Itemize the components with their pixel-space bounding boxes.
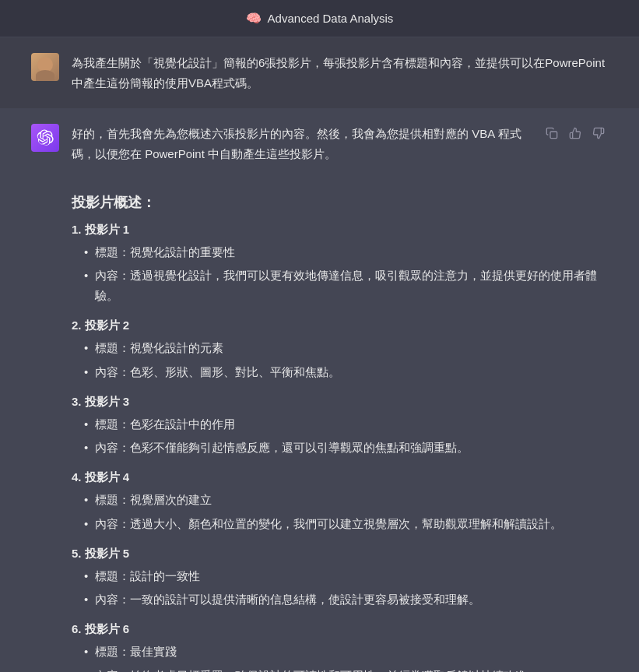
slide-item: 4. 投影片 4標題：視覺層次的建立內容：透過大小、顏色和位置的變化，我們可以建…	[72, 470, 608, 534]
slide-item: 6. 投影片 6標題：最佳實踐內容：始終考慮目標受眾，確保設計的可讀性和可用性，…	[72, 622, 608, 672]
ai-actions	[542, 125, 608, 141]
slide-content-bullet: 內容：透過大小、顏色和位置的變化，我們可以建立視覺層次，幫助觀眾理解和解讀設計。	[84, 514, 608, 534]
slide-title-bullet: 標題：視覺層次的建立	[84, 490, 608, 510]
slide-item: 2. 投影片 2標題：視覺化設計的元素內容：色彩、形狀、圖形、對比、平衡和焦點。	[72, 318, 608, 382]
ai-message: 好的，首先我會先為您概述六張投影片的內容。然後，我會為您提供相對應的 VBA 程…	[0, 108, 639, 672]
slide-list: 1. 投影片 1標題：視覺化設計的重要性內容：透過視覺化設計，我們可以更有效地傳…	[72, 223, 608, 673]
ai-content: 好的，首先我會先為您概述六張投影片的內容。然後，我會為您提供相對應的 VBA 程…	[72, 124, 608, 672]
openai-icon	[37, 129, 54, 146]
user-message: 為我產生關於「視覺化設計」簡報的6張投影片，每張投影片含有標題和內容，並提供可以…	[0, 37, 639, 108]
slide-item: 3. 投影片 3標題：色彩在設計中的作用內容：色彩不僅能夠引起情感反應，還可以引…	[72, 395, 608, 459]
slide-content-bullet: 內容：色彩不僅能夠引起情感反應，還可以引導觀眾的焦點和強調重點。	[84, 438, 608, 458]
copy-button[interactable]	[542, 125, 561, 141]
thumbs-up-button[interactable]	[566, 125, 585, 141]
slide-number: 5. 投影片 5	[72, 547, 608, 561]
slide-title-bullet: 標題：視覺化設計的元素	[84, 338, 608, 358]
slide-bullets: 標題：視覺化設計的重要性內容：透過視覺化設計，我們可以更有效地傳達信息，吸引觀眾…	[72, 242, 608, 307]
slide-content-bullet: 內容：一致的設計可以提供清晰的信息結構，使設計更容易被接受和理解。	[84, 589, 608, 610]
slide-title-bullet: 標題：設計的一致性	[84, 566, 608, 586]
ai-avatar	[31, 124, 59, 152]
ai-intro-text: 好的，首先我會先為您概述六張投影片的內容。然後，我會為您提供相對應的 VBA 程…	[72, 124, 542, 165]
overview-title: 投影片概述：	[72, 193, 608, 212]
header-title: Advanced Data Analysis	[268, 12, 394, 25]
slide-bullets: 標題：視覺層次的建立內容：透過大小、顏色和位置的變化，我們可以建立視覺層次，幫助…	[72, 490, 608, 534]
slide-number: 6. 投影片 6	[72, 622, 608, 637]
slide-bullets: 標題：設計的一致性內容：一致的設計可以提供清晰的信息結構，使設計更容易被接受和理…	[72, 566, 608, 610]
slide-title-bullet: 標題：色彩在設計中的作用	[84, 414, 608, 435]
slide-bullets: 標題：最佳實踐內容：始終考慮目標受眾，確保設計的可讀性和可用性，並經常獲取反饋以…	[72, 642, 608, 672]
messages-container: 為我產生關於「視覺化設計」簡報的6張投影片，每張投影片含有標題和內容，並提供可以…	[0, 37, 639, 672]
slide-bullets: 標題：視覺化設計的元素內容：色彩、形狀、圖形、對比、平衡和焦點。	[72, 338, 608, 382]
header: 🧠 Advanced Data Analysis	[0, 0, 639, 37]
slide-number: 3. 投影片 3	[72, 395, 608, 410]
slide-content-bullet: 內容：始終考慮目標受眾，確保設計的可讀性和可用性，並經常獲取反饋以持續改進。	[84, 666, 608, 673]
svg-rect-0	[550, 132, 557, 139]
user-face-icon	[31, 53, 59, 81]
slide-item: 1. 投影片 1標題：視覺化設計的重要性內容：透過視覺化設計，我們可以更有效地傳…	[72, 223, 608, 307]
slide-title-bullet: 標題：最佳實踐	[84, 642, 608, 662]
user-message-text: 為我產生關於「視覺化設計」簡報的6張投影片，每張投影片含有標題和內容，並提供可以…	[72, 53, 608, 93]
slide-content-bullet: 內容：色彩、形狀、圖形、對比、平衡和焦點。	[84, 362, 608, 382]
thumbs-down-button[interactable]	[589, 125, 608, 141]
slide-item: 5. 投影片 5標題：設計的一致性內容：一致的設計可以提供清晰的信息結構，使設計…	[72, 547, 608, 610]
slide-bullets: 標題：色彩在設計中的作用內容：色彩不僅能夠引起情感反應，還可以引導觀眾的焦點和強…	[72, 414, 608, 459]
slide-number: 2. 投影片 2	[72, 318, 608, 333]
slide-number: 4. 投影片 4	[72, 470, 608, 485]
slide-number: 1. 投影片 1	[72, 223, 608, 237]
header-icon: 🧠	[246, 11, 262, 26]
slide-title-bullet: 標題：視覺化設計的重要性	[84, 242, 608, 262]
slide-content-bullet: 內容：透過視覺化設計，我們可以更有效地傳達信息，吸引觀眾的注意力，並提供更好的使…	[84, 266, 608, 307]
user-avatar	[31, 53, 59, 81]
